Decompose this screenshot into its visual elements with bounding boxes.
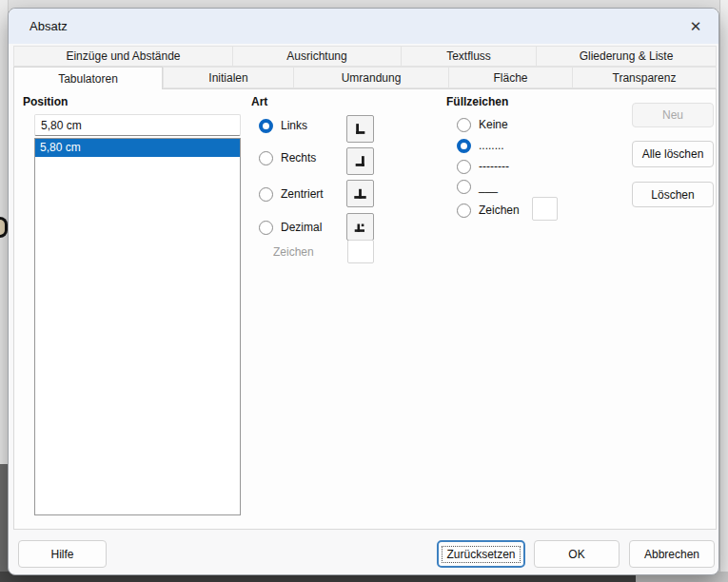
position-label: Position [23, 95, 68, 108]
radio-label: ........ [479, 139, 504, 152]
radio-rechts[interactable]: Rechts [259, 148, 316, 167]
tabulatoren-panel: Position 5,80 cm Art Links Rechts Zentri… [13, 88, 717, 530]
tab-textfluss[interactable]: Textfluss [401, 46, 536, 67]
right-tab-icon[interactable] [346, 147, 374, 175]
radio-punkte[interactable]: ........ [457, 136, 504, 155]
center-tab-icon[interactable] [346, 180, 374, 207]
tab-umrandung[interactable]: Umrandung [293, 67, 448, 88]
decimal-tab-icon[interactable] [346, 213, 374, 241]
zuruecksetzen-label: Zurücksetzen [442, 546, 520, 563]
radio-label: -------- [479, 160, 509, 173]
alle-loeschen-button[interactable]: Alle löschen [632, 141, 714, 167]
tab-row-2: Tabulatoren Initialen Umrandung Fläche T… [13, 67, 717, 88]
radio-circle-icon [259, 221, 273, 235]
radio-circle-icon [259, 151, 273, 165]
zuruecksetzen-button[interactable]: Zurücksetzen [437, 540, 525, 568]
tab-gliederung-liste[interactable]: Gliederung & Liste [536, 46, 717, 67]
close-icon[interactable]: ✕ [681, 15, 710, 38]
list-item[interactable]: 5,80 cm [35, 139, 240, 157]
radio-label: Links [281, 119, 307, 132]
radio-label: Keine [479, 118, 508, 131]
position-input[interactable] [34, 114, 241, 136]
radio-keine[interactable]: Keine [457, 115, 508, 134]
tab-ausrichtung[interactable]: Ausrichtung [232, 46, 401, 67]
radio-circle-icon [457, 139, 471, 153]
titlebar[interactable]: Absatz [9, 9, 718, 44]
tab-flaeche[interactable]: Fläche [448, 67, 572, 88]
radio-label: Rechts [281, 151, 316, 165]
dialog-title: Absatz [30, 19, 68, 33]
fuellzeichen-label: Füllzeichen [446, 95, 508, 108]
tab-row-1: Einzüge und Abstände Ausrichtung Textflu… [13, 46, 717, 67]
radio-label: ___ [479, 180, 498, 193]
hilfe-button[interactable]: Hilfe [18, 540, 107, 568]
radio-circle-icon [457, 180, 471, 194]
art-label: Art [251, 95, 267, 108]
radio-links[interactable]: Links [259, 116, 307, 135]
radio-label: Zentriert [281, 187, 324, 201]
fuellzeichen-zeichen-input[interactable] [532, 197, 558, 221]
radio-dezimal[interactable]: Dezimal [259, 218, 322, 237]
radio-circle-icon [259, 119, 273, 133]
paragraph-dialog: Absatz ✕ Einzüge und Abstände Ausrichtun… [8, 8, 719, 575]
tab-initialen[interactable]: Initialen [163, 67, 293, 88]
radio-label: Zeichen [479, 204, 520, 217]
loeschen-button[interactable]: Löschen [632, 182, 714, 207]
radio-circle-icon [457, 118, 471, 132]
left-tab-icon[interactable] [346, 115, 374, 143]
radio-striche[interactable]: -------- [457, 157, 509, 176]
radio-circle-icon [259, 187, 273, 202]
radio-circle-icon [457, 160, 471, 174]
ok-button[interactable]: OK [534, 540, 620, 568]
art-zeichen-label: Zeichen [273, 245, 314, 259]
tab-tabulatoren[interactable]: Tabulatoren [13, 67, 163, 89]
radio-label: Dezimal [281, 221, 322, 234]
radio-zeichen[interactable]: Zeichen [457, 201, 520, 220]
radio-unterstrich[interactable]: ___ [457, 177, 498, 196]
radio-zentriert[interactable]: Zentriert [259, 184, 324, 204]
backdrop-right [719, 0, 728, 582]
tab-einzuege-und-abstaende[interactable]: Einzüge und Abstände [13, 46, 232, 67]
tab-transparenz[interactable]: Transparenz [572, 67, 717, 88]
position-listbox[interactable]: 5,80 cm [34, 138, 241, 515]
abbrechen-button[interactable]: Abbrechen [629, 540, 715, 568]
neu-button[interactable]: Neu [632, 103, 714, 127]
art-zeichen-input[interactable] [347, 240, 374, 263]
radio-circle-icon [457, 204, 471, 218]
